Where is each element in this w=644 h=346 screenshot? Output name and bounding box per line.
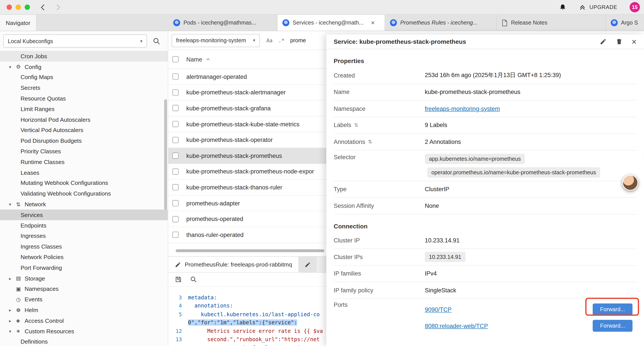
sort-ascending-icon[interactable] bbox=[206, 57, 210, 61]
tabbar-spacer bbox=[36, 15, 168, 31]
horizontal-scrollbar[interactable] bbox=[176, 249, 324, 252]
chevron-down-icon: ▾ bbox=[140, 38, 142, 43]
search-input[interactable]: Aa .* prome bbox=[266, 37, 306, 43]
row-checkbox[interactable] bbox=[172, 74, 178, 80]
forward-arrow-icon[interactable] bbox=[54, 3, 62, 11]
sidebar-item-access-control[interactable]: ▸◈Access Control bbox=[0, 315, 168, 326]
sidebar-item-network-policies[interactable]: Network Policies bbox=[0, 252, 168, 262]
search-icon[interactable] bbox=[190, 276, 197, 283]
sidebar-item-config-maps[interactable]: Config Maps bbox=[0, 72, 168, 82]
name-column-header[interactable]: Name bbox=[186, 56, 202, 63]
sidebar-item-mutating-webhook-configurations[interactable]: Mutating Webhook Configurations bbox=[0, 178, 168, 188]
sidebar-item-network[interactable]: ▾⇅Network bbox=[0, 199, 168, 209]
notifications-bell-icon[interactable] bbox=[559, 3, 566, 11]
close-tab-icon[interactable]: × bbox=[371, 19, 374, 26]
trash-icon[interactable] bbox=[616, 38, 622, 45]
sidebar-item-custom-resources[interactable]: ▾∗Custom Resources bbox=[0, 326, 168, 336]
row-checkbox[interactable] bbox=[172, 137, 178, 143]
row-checkbox[interactable] bbox=[172, 153, 178, 159]
pencil-icon bbox=[305, 262, 311, 268]
sidebar-item-endpoints[interactable]: Endpoints bbox=[0, 220, 168, 231]
close-panel-icon[interactable]: × bbox=[632, 37, 636, 46]
row-checkbox[interactable] bbox=[172, 200, 178, 206]
port-link[interactable]: 8080:reloader-web/TCP bbox=[425, 323, 488, 329]
forward-button[interactable]: Forward... bbox=[593, 303, 632, 315]
regex-toggle[interactable]: .* bbox=[278, 37, 284, 43]
sidebar-item-validating-webhook-configurations[interactable]: Validating Webhook Configurations bbox=[0, 188, 168, 199]
clock-icon: ◷ bbox=[16, 296, 24, 303]
row-checkbox[interactable] bbox=[172, 121, 178, 127]
row-checkbox[interactable] bbox=[172, 105, 178, 111]
custom-resources-icon: ∗ bbox=[16, 328, 24, 334]
chevron-down-icon: ▾ bbox=[9, 329, 16, 334]
sidebar-item-ingress-classes[interactable]: Ingress Classes bbox=[0, 241, 168, 252]
minimize-window-button[interactable] bbox=[16, 4, 21, 10]
namespace-selector-value: freeleaps-monitoring-system bbox=[176, 37, 246, 43]
maximize-window-button[interactable] bbox=[24, 4, 30, 10]
sidebar-item-config[interactable]: ▾⚙Config bbox=[0, 61, 168, 72]
save-icon[interactable] bbox=[175, 276, 182, 283]
sidebar-item-port-forwarding[interactable]: Port Forwarding bbox=[0, 262, 168, 273]
namespace-selector[interactable]: freeleaps-monitoring-system ▾ bbox=[172, 34, 260, 47]
upgrade-button[interactable]: UPGRADE bbox=[579, 3, 618, 11]
code-line: annotations: bbox=[188, 303, 233, 309]
sidebar-item-cron-jobs[interactable]: Cron Jobs bbox=[0, 51, 168, 61]
sidebar-item-helm[interactable]: ▸☸Helm bbox=[0, 305, 168, 315]
network-arrows-icon: ⇅ bbox=[16, 201, 24, 207]
ip-families-value: IPv4 bbox=[425, 270, 437, 277]
edit-pencil-icon[interactable] bbox=[600, 38, 606, 45]
forward-button[interactable]: Forward... bbox=[593, 320, 632, 332]
notification-count-badge[interactable]: 15 bbox=[630, 2, 640, 12]
row-checkbox[interactable] bbox=[172, 232, 178, 238]
tab-prometheus-rules[interactable]: ☸ Prometheus Rules - icecheng... bbox=[385, 15, 496, 31]
sidebar-item-resource-quotas[interactable]: Resource Quotas bbox=[0, 93, 168, 104]
sidebar-item-definitions[interactable]: Definitions bbox=[0, 336, 168, 346]
sidebar-item-secrets[interactable]: Secrets bbox=[0, 82, 168, 93]
close-window-button[interactable] bbox=[6, 4, 12, 10]
upgrade-label: UPGRADE bbox=[590, 4, 617, 10]
row-checkbox[interactable] bbox=[172, 184, 178, 191]
avatar[interactable] bbox=[622, 175, 638, 191]
sidebar-item-ingresses[interactable]: Ingresses bbox=[0, 231, 168, 241]
sidebar-item-services[interactable]: Services bbox=[0, 210, 168, 220]
sidebar-item-pod-disruption-budgets[interactable]: Pod Disruption Budgets bbox=[0, 136, 168, 146]
kubeconfig-selector[interactable]: Local Kubeconfigs ▾ bbox=[3, 34, 147, 47]
back-arrow-icon[interactable] bbox=[39, 3, 47, 11]
sidebar-scrollbar[interactable] bbox=[164, 99, 167, 210]
match-case-toggle[interactable]: Aa bbox=[266, 37, 272, 43]
sidebar-item-horizontal-pod-autoscalers[interactable]: Horizontal Pod Autoscalers bbox=[0, 114, 168, 125]
navigator-tree: Cron Jobs ▾⚙Config Config Maps Secrets R… bbox=[0, 51, 168, 346]
sidebar-item-priority-classes[interactable]: Priority Classes bbox=[0, 146, 168, 157]
dock-tab-prometheusrule[interactable]: PrometheusRule: freeleaps-prod-rabbitmq bbox=[168, 257, 299, 272]
details-panel-body: Properties Created 253d 16h 6m ago (2025… bbox=[326, 49, 644, 346]
tab-label: Pods - icecheng@mathmas... bbox=[184, 20, 256, 26]
sidebar-item-events[interactable]: ◷Events bbox=[0, 294, 168, 305]
tab-services[interactable]: ☸ Services - icecheng@math... × bbox=[278, 15, 385, 31]
port-line: 9090/TCP Forward... bbox=[425, 301, 636, 318]
expander-icon[interactable]: ⇅ bbox=[354, 122, 358, 128]
tab-argo[interactable]: ☸ Argo S bbox=[606, 15, 644, 31]
tab-pods[interactable]: ☸ Pods - icecheng@mathmas... bbox=[168, 15, 278, 31]
sidebar-item-runtime-classes[interactable]: Runtime Classes bbox=[0, 157, 168, 167]
pencil-icon bbox=[175, 262, 181, 268]
port-link[interactable]: 9090/TCP bbox=[425, 306, 452, 313]
navigator-header[interactable]: Navigator bbox=[0, 15, 36, 31]
select-all-checkbox[interactable] bbox=[172, 56, 178, 62]
row-checkbox[interactable] bbox=[172, 216, 178, 222]
line-number: 14 bbox=[168, 345, 188, 346]
sidebar-item-namespaces[interactable]: ▣Namespaces bbox=[0, 284, 168, 294]
row-checkbox[interactable] bbox=[172, 89, 178, 95]
row-checkbox[interactable] bbox=[172, 168, 178, 175]
navigator-sidebar: Local Kubeconfigs ▾ Cron Jobs ▾⚙Config C… bbox=[0, 31, 168, 346]
expander-icon[interactable]: ⇅ bbox=[368, 139, 372, 145]
dock-tab-secondary[interactable] bbox=[299, 257, 317, 272]
service-details-panel: Service: kube-prometheus-stack-prometheu… bbox=[326, 34, 644, 346]
helm-icon: ☸ bbox=[16, 307, 24, 313]
sidebar-item-storage[interactable]: ▸▤Storage bbox=[0, 273, 168, 284]
sidebar-item-leases[interactable]: Leases bbox=[0, 167, 168, 178]
tab-release-notes[interactable]: Release Notes bbox=[497, 15, 606, 31]
namespace-link[interactable]: freeleaps-monitoring-system bbox=[425, 105, 500, 112]
sidebar-item-limit-ranges[interactable]: Limit Ranges bbox=[0, 104, 168, 114]
search-icon[interactable] bbox=[153, 37, 161, 45]
sidebar-item-vertical-pod-autoscalers[interactable]: Vertical Pod Autoscalers bbox=[0, 125, 168, 135]
